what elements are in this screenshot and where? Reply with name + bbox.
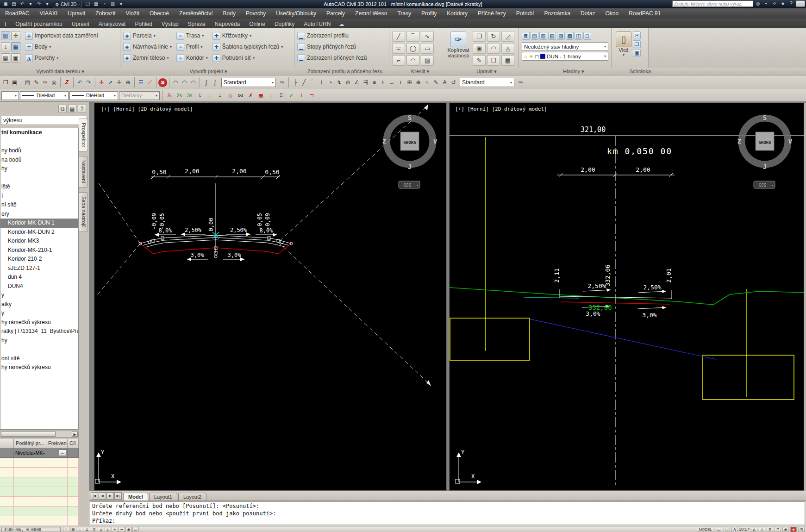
tree-item[interactable]: dun 4 <box>0 273 78 282</box>
snap-toggle[interactable]: ⌗ <box>63 527 69 532</box>
spline2-icon[interactable]: ∫ <box>211 78 219 87</box>
menu-item[interactable]: Profily <box>416 8 442 19</box>
roadpac-zoom-icon[interactable]: ◎ <box>50 78 58 87</box>
match-properties-icon[interactable]: ✑ <box>278 78 287 87</box>
tree-horizontal-scrollbar[interactable]: ▶ <box>0 431 79 438</box>
layer-prev-icon[interactable]: ▧ <box>548 32 556 40</box>
rp-diamond-icon[interactable]: ◇ <box>226 91 235 100</box>
save-icon[interactable]: ▣ <box>10 78 19 87</box>
tree-item[interactable]: ory <box>0 210 78 219</box>
ortho-toggle[interactable]: ∟ <box>77 527 83 532</box>
panel-label[interactable]: Vytvořit projekt ▾ <box>120 68 296 75</box>
menu-item[interactable]: Parcely <box>321 8 350 19</box>
preview-icon[interactable]: ▤ <box>68 105 76 113</box>
ellipsis-button[interactable]: … <box>59 450 66 456</box>
list-row[interactable]: Niveleta-MK- … <box>0 448 79 458</box>
infocenter-search-input[interactable]: Zadejte klíčové slovo nebo výraz. <box>672 0 753 7</box>
subscription-icon[interactable]: ⌁ <box>762 0 770 7</box>
copy-clip-icon[interactable]: ❐ <box>633 40 641 48</box>
lock-ui-icon[interactable]: ⊓ <box>775 527 781 532</box>
clean-screen-icon[interactable]: ◳ <box>798 527 805 532</box>
ribbon-tab[interactable]: Správa <box>183 20 210 28</box>
viewcube[interactable]: SHORA S Z V J <box>737 114 793 170</box>
tree-item[interactable]: ní sítě <box>0 200 78 210</box>
layout-nav-button[interactable]: ▶| <box>114 492 122 500</box>
scale-icon[interactable]: ◿ <box>501 31 514 42</box>
arc-icon[interactable]: ⌒ <box>406 31 419 42</box>
ribbon-tab[interactable]: Analyzovat <box>94 20 131 28</box>
layout-tab[interactable]: Model <box>123 493 148 501</box>
menu-item[interactable]: Zeměměřictví <box>174 8 218 19</box>
viewport-cross-section-editor[interactable]: [+] [Horní] [2D drátový model] 0,50 2,00 <box>94 103 447 491</box>
menu-item[interactable]: RoadPAC <box>0 8 34 19</box>
help-icon[interactable]: ? <box>78 105 86 113</box>
list-header[interactable]: Frekvence <box>46 439 68 448</box>
toolspace-view-combo[interactable]: výkresu ▾ <box>1 116 87 125</box>
toolspace-tab[interactable]: Prospektor <box>79 119 88 151</box>
ribbon-button[interactable]: Stopy příčných řezů <box>307 44 356 50</box>
gss-button[interactable]: GSS ▾ <box>754 181 775 188</box>
list-row[interactable] <box>0 477 79 487</box>
properties-palette-icon[interactable]: ▣ <box>11 53 20 63</box>
menu-item[interactable]: RoadPAC 91 <box>624 8 666 19</box>
list-header[interactable]: Podélný pr... <box>14 439 46 448</box>
rp-darr-icon[interactable]: ↓ <box>267 91 275 100</box>
rp-s-icon[interactable]: S <box>165 91 174 100</box>
ribbon-tab[interactable]: t <box>0 20 11 28</box>
divide-icon[interactable]: ≍ <box>392 43 405 54</box>
quickview-drawings-icon[interactable]: ❒ <box>724 527 730 532</box>
viewport-section-view[interactable]: [+] [Horní] [2D drátový model] 321,00 km… <box>449 103 805 491</box>
text-style-combo[interactable]: Standard▾ <box>460 78 514 87</box>
ribbon-button[interactable]: Křižovatky <box>222 32 248 39</box>
dim-diameter-icon[interactable]: ⊘ <box>344 78 352 87</box>
roadpac-survey-icon[interactable]: ✎ <box>32 78 41 87</box>
ribbon-button[interactable]: Zemní těleso <box>133 55 165 61</box>
autoscale-icon[interactable]: ◬ <box>759 527 765 532</box>
item-view-icon[interactable]: ⧉ <box>58 105 67 113</box>
dim-aligned-icon[interactable]: ╱ <box>300 78 308 87</box>
menu-item[interactable]: Potrubí <box>511 8 539 19</box>
list-row[interactable] <box>0 516 79 526</box>
point-o-icon[interactable]: ⊕ <box>124 78 132 87</box>
k-line-icon[interactable]: ⟋ <box>145 78 154 87</box>
tree-item[interactable] <box>0 174 78 183</box>
dim-quick-icon[interactable]: ⇶ <box>361 78 370 87</box>
menu-item[interactable]: Trasy <box>392 8 416 19</box>
cloud-icon[interactable]: ☁ <box>335 20 348 28</box>
dim-baseline-icon[interactable]: ≡ <box>370 78 379 87</box>
palette-icon[interactable]: ▤ <box>1 53 10 63</box>
tree-item[interactable]: hy <box>0 336 78 345</box>
rp-perp-icon[interactable]: ⊥ <box>297 91 306 100</box>
ribbon-button[interactable]: Parcela <box>133 32 152 39</box>
rectangle-icon[interactable]: ▭ <box>421 43 434 54</box>
panel-label[interactable]: Vytvořit data terénu ▾ <box>0 68 120 75</box>
stretch-icon[interactable]: ▣ <box>473 43 486 54</box>
ribbon-button-import-survey[interactable]: Importovat data zaměření <box>35 32 98 39</box>
tree-item[interactable]: iště <box>0 182 78 192</box>
lineweight-combo[interactable]: ▾ <box>1 91 19 100</box>
copy-icon[interactable]: ❐ <box>473 31 486 42</box>
ribbon-button[interactable]: Koridor <box>186 55 204 61</box>
dim-space-icon[interactable]: ↔ <box>387 78 396 87</box>
paste-special-icon[interactable]: ▣ <box>633 49 641 57</box>
toolbox-icon[interactable]: ▦ <box>11 42 20 51</box>
tree-item[interactable]: tní komunikace <box>0 128 78 138</box>
revcloud-icon[interactable]: ∿ <box>421 31 434 42</box>
rp-3s-icon[interactable]: 3s <box>185 91 194 100</box>
cut-icon[interactable]: ✂ <box>633 31 641 39</box>
tree-item[interactable]: Koridor-MK-210-1 <box>0 246 78 255</box>
tree-item[interactable] <box>0 138 78 147</box>
tree-item[interactable]: Koridor-210-2 <box>0 255 78 264</box>
ribbon-button[interactable]: Trasa <box>186 32 200 39</box>
ribbon-tab[interactable]: Nápověda <box>210 20 245 28</box>
help-icon[interactable]: ? <box>787 0 795 7</box>
ribbon-button[interactable]: Šablona typických řezů <box>222 44 279 50</box>
layer-isolate-icon[interactable]: ▨ <box>557 32 565 40</box>
layer-icon[interactable]: ▦ <box>92 1 100 7</box>
explode-icon[interactable]: ❒ <box>487 55 500 66</box>
redo-icon[interactable]: ↷ <box>35 1 43 7</box>
rp-down2-icon[interactable]: ↓ <box>206 91 214 100</box>
tree-item[interactable]: atky <box>0 300 78 309</box>
osnap-toggle[interactable]: ⊡ <box>91 527 97 532</box>
layer-off-icon[interactable]: ◻ <box>583 32 591 40</box>
